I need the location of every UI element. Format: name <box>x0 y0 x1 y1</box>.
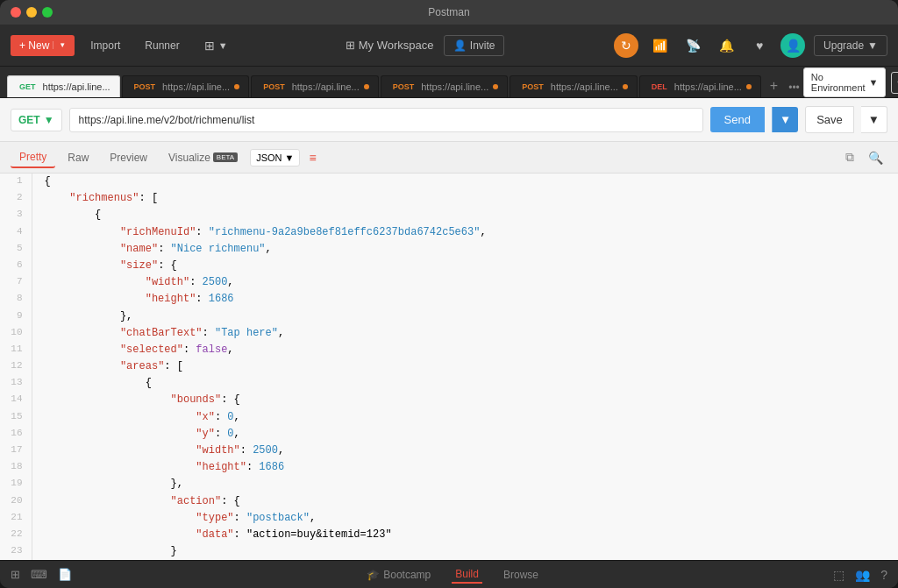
send-button[interactable]: Send <box>710 107 765 132</box>
environment-selector[interactable]: No Environment ▼ <box>803 67 887 97</box>
url-input[interactable] <box>69 108 703 132</box>
code-table: 1{2 "richmenus": [3 {4 "richMenuId": "ri… <box>0 174 898 560</box>
table-row: 13 { <box>0 375 898 392</box>
copy-button[interactable]: ⧉ <box>841 148 859 166</box>
search-button[interactable]: 🔍 <box>864 148 887 166</box>
tab-method-3: POST <box>390 81 417 92</box>
line-number: 23 <box>0 543 32 560</box>
tab-method-2: POST <box>260 81 288 92</box>
tab-raw[interactable]: Raw <box>59 148 97 167</box>
method-selector[interactable]: GET ▼ <box>11 109 62 131</box>
tab-post-1[interactable]: POST https://api.line... <box>122 75 250 97</box>
upgrade-label: Upgrade <box>823 39 864 52</box>
table-row: 11 "selected": false, <box>0 342 898 358</box>
bootcamp-tab[interactable]: 🎓 Bootcamp <box>363 567 434 583</box>
tabs-row: GET https://api.line... POST https://api… <box>0 67 898 98</box>
line-code: "richMenuId": "richmenu-9a2a9be8ef81effc… <box>32 224 898 241</box>
new-button[interactable]: + New ▼ <box>11 35 75 56</box>
line-number: 13 <box>0 375 32 392</box>
fullscreen-button[interactable] <box>42 7 53 18</box>
table-row: 7 "width": 2500, <box>0 274 898 291</box>
status-grid-icon[interactable]: ⊞ <box>11 568 20 581</box>
more-tabs-button[interactable]: ••• <box>785 78 803 97</box>
line-code: "bounds": { <box>32 392 898 408</box>
line-code: "data": "action=buy&itemid=123" <box>32 527 898 543</box>
tab-dot-5 <box>746 84 752 89</box>
line-number: 6 <box>0 258 32 274</box>
browse-tab[interactable]: Browse <box>500 567 542 583</box>
line-number: 3 <box>0 207 32 223</box>
minimize-button[interactable] <box>26 7 37 18</box>
status-book-icon[interactable]: 📄 <box>58 568 72 581</box>
tab-post-2[interactable]: POST https://api.line... <box>251 75 379 97</box>
environment-arrow: ▼ <box>869 77 879 88</box>
import-button[interactable]: Import <box>82 35 129 56</box>
table-row: 22 "data": "action=buy&itemid=123" <box>0 527 898 543</box>
tab-post-4[interactable]: POST https://api.line... <box>510 75 638 97</box>
line-number: 11 <box>0 342 32 358</box>
method-label: GET <box>18 114 40 126</box>
line-number: 21 <box>0 510 32 527</box>
line-number: 17 <box>0 443 32 459</box>
tab-preview[interactable]: Preview <box>101 148 156 167</box>
tab-del[interactable]: DEL https://api.line... <box>639 75 761 97</box>
line-code: "type": "postback", <box>32 510 898 527</box>
response-area: Pretty Raw Preview Visualize BETA JSON ▼… <box>0 142 898 560</box>
build-tab[interactable]: Build <box>452 566 482 584</box>
tab-dot-1 <box>234 84 239 89</box>
line-number: 9 <box>0 308 32 325</box>
table-row: 15 "x": 0, <box>0 409 898 426</box>
users-icon[interactable]: 👥 <box>855 568 870 582</box>
expand-icon[interactable]: ⬚ <box>833 568 845 582</box>
status-right: ⬚ 👥 ? <box>833 568 887 582</box>
table-row: 14 "bounds": { <box>0 392 898 408</box>
save-dropdown-button[interactable]: ▼ <box>861 106 887 133</box>
save-button[interactable]: Save <box>805 106 854 133</box>
workspace-button[interactable]: ⊞ My Workspace <box>346 39 433 52</box>
format-label: JSON <box>256 152 282 163</box>
avatar[interactable]: 👤 <box>780 33 805 58</box>
line-number: 14 <box>0 392 32 408</box>
line-code: { <box>32 207 898 223</box>
title-bar: Postman <box>0 0 898 25</box>
heart-icon[interactable]: ♥ <box>747 33 772 58</box>
format-arrow: ▼ <box>285 152 295 163</box>
response-actions: ⧉ 🔍 <box>841 148 887 166</box>
line-code: { <box>32 375 898 392</box>
line-code: "x": 0, <box>32 409 898 426</box>
runner-button[interactable]: Runner <box>136 35 188 56</box>
line-code: } <box>32 543 898 560</box>
tab-visualize[interactable]: Visualize BETA <box>160 148 246 167</box>
line-number: 2 <box>0 190 32 207</box>
tab-pretty[interactable]: Pretty <box>11 147 55 168</box>
invite-button[interactable]: 👤 Invite <box>444 35 504 56</box>
tab-get[interactable]: GET https://api.line... <box>7 75 120 97</box>
satellite-icon[interactable]: 📡 <box>681 33 705 58</box>
add-tab-button[interactable]: + <box>763 74 785 97</box>
line-number: 10 <box>0 325 32 342</box>
tab-url-1: https://api.line... <box>162 81 230 92</box>
table-row: 20 "action": { <box>0 493 898 510</box>
close-button[interactable] <box>11 7 21 18</box>
format-selector[interactable]: JSON ▼ <box>250 149 300 166</box>
eye-button[interactable]: 👁 <box>891 72 898 94</box>
bell-icon[interactable]: 🔔 <box>714 33 738 58</box>
status-terminal-icon[interactable]: ⌨ <box>31 568 47 581</box>
upgrade-button[interactable]: Upgrade ▼ <box>814 35 887 56</box>
line-number: 4 <box>0 224 32 241</box>
traffic-lights <box>11 7 53 18</box>
api-icon: ⊞ <box>204 39 215 53</box>
line-number: 20 <box>0 493 32 510</box>
refresh-icon[interactable]: ↻ <box>614 33 638 58</box>
tab-url-2: https://api.line... <box>292 81 360 92</box>
tab-post-3[interactable]: POST https://api.line... <box>381 75 509 97</box>
api-button[interactable]: ⊞ ▼ <box>196 34 237 57</box>
send-dropdown-button[interactable]: ▼ <box>772 107 798 132</box>
line-code: "y": 0, <box>32 426 898 443</box>
environment-label: No Environment <box>811 72 866 93</box>
help-icon[interactable]: ? <box>880 568 887 582</box>
wifi-icon[interactable]: 📶 <box>647 33 672 58</box>
upgrade-arrow: ▼ <box>867 39 878 52</box>
line-number: 8 <box>0 291 32 308</box>
code-view: 1{2 "richmenus": [3 {4 "richMenuId": "ri… <box>0 174 898 560</box>
